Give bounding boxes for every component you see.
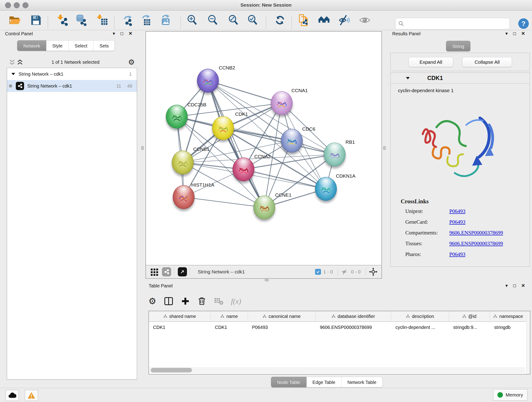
string-home-button[interactable] [318,14,330,26]
network-node-cdk1[interactable] [212,116,234,140]
bottom-splitter-grip[interactable] [265,279,269,281]
tab-node-table[interactable]: Node Table [271,377,307,387]
cdk1-section-header[interactable]: CDK1 [391,73,530,84]
zoom-in-button[interactable] [186,14,198,26]
crosslink-link[interactable]: 9606.ENSP00000378699 [449,230,503,236]
tab-string[interactable]: String [446,41,470,51]
add-column-icon[interactable] [181,297,190,306]
table-cell[interactable]: CDK1 [149,322,211,332]
column-header[interactable]: database identifier [316,311,391,321]
network-tree-child-row[interactable]: String Network – cdk1 11 48 [7,80,137,92]
network-node-ccna2[interactable] [233,157,254,181]
network-node-rb1[interactable] [324,143,346,166]
results-panel-maximize-icon[interactable]: ◻ [513,31,516,36]
zoom-fit-button[interactable] [228,14,239,26]
birds-eye-view-icon[interactable] [150,268,159,276]
tab-select[interactable]: Select [69,40,94,51]
network-tree-root-row[interactable]: String Network – cdk1 1 [7,68,137,80]
tab-edge-table[interactable]: Edge Table [307,377,342,387]
network-node-ccnb1[interactable] [172,151,194,174]
open-in-window-icon[interactable] [178,267,187,276]
expand-all-icon[interactable] [17,59,23,65]
show-graphics-details-button[interactable] [359,14,371,26]
network-node-cdkn1a[interactable] [315,177,337,201]
table-cell[interactable]: P06493 [248,322,316,332]
column-header[interactable]: name [211,311,248,321]
export-table-button[interactable] [140,14,152,26]
control-panel-close-icon[interactable]: ✕ [128,31,133,36]
table-cell[interactable]: stringdb [490,322,527,332]
string-badge-icon[interactable] [162,267,171,276]
scrollbar-thumb[interactable] [151,368,192,372]
zoom-selected-button[interactable] [247,14,259,26]
crosslink-link[interactable]: P06493 [449,251,465,257]
save-session-button[interactable] [30,14,42,26]
tab-network[interactable]: Network [17,40,46,51]
network-edge[interactable] [243,169,326,189]
column-header[interactable]: description [391,311,449,321]
network-node-ccna1[interactable] [271,91,293,115]
control-panel-maximize-icon[interactable]: ◻ [120,31,123,36]
delete-column-trash-icon[interactable] [197,297,206,306]
export-network-button[interactable] [122,14,134,26]
warnings-button[interactable] [25,390,38,401]
table-panel-maximize-icon[interactable]: ◻ [513,283,516,288]
section-expander-icon[interactable] [406,77,410,80]
table-panel-float-icon[interactable]: ▾ [505,283,508,288]
network-node-ccne1[interactable] [253,196,275,219]
show-columns-icon[interactable] [164,297,173,306]
cloud-button[interactable] [6,390,19,401]
enhance-labels-button[interactable] [338,14,350,26]
network-edge[interactable] [208,81,282,103]
search-input[interactable] [404,19,510,28]
table-vertical-scrollbar[interactable] [526,311,530,374]
network-edge[interactable] [208,81,264,207]
right-splitter-grip[interactable] [383,146,386,150]
table-cell[interactable]: 9606.ENSP00000378699 [316,322,391,332]
fit-crosshair-icon[interactable] [369,267,378,276]
results-panel-float-icon[interactable]: ▾ [505,31,508,36]
table-cell[interactable]: CDK1 [211,322,248,332]
column-header[interactable]: shared name [149,311,211,321]
table-panel-close-icon[interactable]: ✕ [521,283,525,288]
expand-all-button[interactable]: Expand All [409,57,453,67]
table-row[interactable]: CDK1CDK1P064939606.ENSP00000378699cyclin… [149,322,527,332]
results-panel-close-icon[interactable]: ✕ [521,31,525,36]
network-edge[interactable] [184,197,264,207]
left-splitter-grip[interactable] [141,146,144,150]
import-network-button[interactable] [56,14,68,26]
crosslink-link[interactable]: 9606.ENSP00000378699 [449,241,503,247]
import-network-from-database-button[interactable] [75,14,87,26]
table-options-gear-icon[interactable]: ⚙ [148,298,156,305]
tab-style[interactable]: Style [46,40,69,51]
table-horizontal-scrollbar[interactable] [149,367,525,373]
open-session-button[interactable] [9,14,21,26]
network-node-ccnb2[interactable] [197,69,219,93]
table-cell[interactable]: cyclin-dependent ... [391,322,449,332]
import-table-button[interactable] [96,14,108,26]
collapse-all-icon[interactable] [9,59,15,65]
help-button[interactable]: ? [518,18,529,29]
memory-button[interactable]: Memory [493,389,527,401]
refresh-button[interactable] [274,14,286,26]
control-panel-float-icon[interactable]: ▾ [113,31,115,36]
tab-network-table[interactable]: Network Table [342,377,383,387]
network-node-cdc25b[interactable] [166,105,188,128]
stringify-network-button[interactable] [298,14,310,26]
column-header[interactable]: canonical name [248,311,316,321]
zoom-out-button[interactable] [207,14,219,26]
table-cell[interactable]: stringdb:9... [449,322,490,332]
selected-checkbox-icon[interactable] [315,269,321,275]
column-header[interactable]: namespace [490,311,527,321]
crosslink-link[interactable]: P06493 [449,208,465,214]
collapse-all-button[interactable]: Collapse All [462,57,512,67]
column-header[interactable]: @id [449,311,490,321]
tab-sets[interactable]: Sets [94,40,115,51]
crosslink-link[interactable]: P06493 [449,219,465,225]
network-node-cdc6[interactable] [281,129,303,153]
tree-expander-icon[interactable] [11,72,15,76]
network-canvas[interactable]: CCNB2CCNA1CDC25BCDK1CDC6RB1CCNB1CCNA2CDK… [146,32,381,265]
export-image-button[interactable] [160,14,172,26]
network-node-hist1h1a[interactable] [173,185,195,209]
network-edge[interactable] [223,128,335,154]
